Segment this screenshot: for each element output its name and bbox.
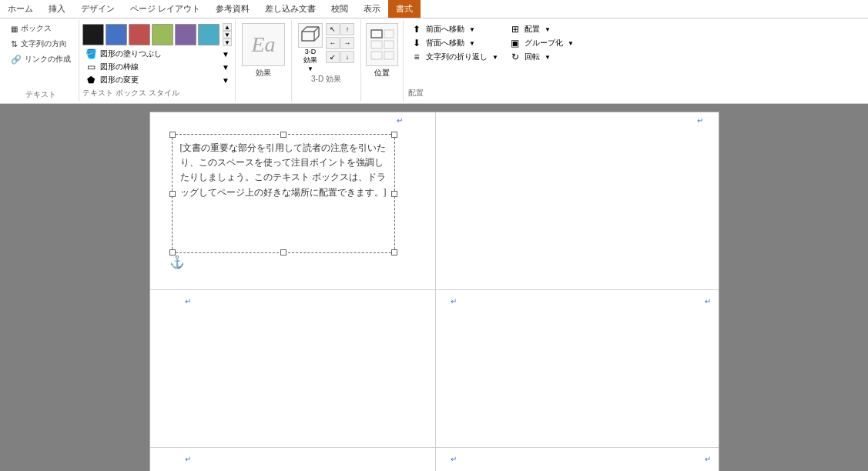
textbox[interactable]: [文書の重要な部分を引用して読者の注意を引いたり、このスペースを使って注目ポイン… <box>172 134 395 253</box>
fill-dropdown-icon[interactable]: ▼ <box>222 50 230 58</box>
wrap-text-btn[interactable]: ≡ 文字列の折り返し ▼ <box>408 51 501 63</box>
threed-dropdown1[interactable]: ▼ <box>307 65 313 72</box>
effect-btn[interactable]: Ea <box>242 23 285 66</box>
h-line-1 <box>150 289 719 290</box>
position-btn[interactable] <box>366 23 398 66</box>
group-dropdown[interactable]: ▼ <box>568 40 574 47</box>
rotate-dropdown[interactable]: ▼ <box>545 54 551 61</box>
para-mark-7: ↵ <box>451 455 457 463</box>
swatch-red[interactable] <box>129 24 150 45</box>
wrap-text-icon: ≡ <box>411 52 423 62</box>
text-group-label: テキスト <box>25 89 56 100</box>
ribbon-content: ▦ ボックス ⇅ 文字列の方向 🔗 リンクの作成 テキスト <box>0 18 868 103</box>
handle-bottom-center[interactable] <box>280 249 287 256</box>
h-line-2 <box>150 447 719 448</box>
border-cmd[interactable]: ▭ 図形の枠線 ▼ <box>82 61 232 73</box>
swatch-teal[interactable] <box>198 24 220 45</box>
threed-rotate-row3: ↙ ↓ <box>326 51 354 63</box>
handle-middle-right[interactable] <box>391 191 397 197</box>
swatch-scroll: ▲ ▼ ▼ <box>223 23 232 46</box>
shape-commands: 🪣 図形の塗りつぶし ▼ ▭ 図形の枠線 ▼ ⬟ 図形の変更 ▼ <box>82 48 232 86</box>
threed-controls: ↖ ↑ ← → ↙ ↓ <box>326 23 354 72</box>
v-line-1 <box>435 112 436 471</box>
swatch-blue[interactable] <box>106 24 127 45</box>
para-mark-3: ↵ <box>185 297 191 306</box>
send-backward-btn[interactable]: ⬇ 背面へ移動 ▼ <box>408 37 501 49</box>
fill-cmd[interactable]: 🪣 図形の塗りつぶし ▼ <box>82 48 232 60</box>
svg-rect-11 <box>384 52 394 59</box>
svg-rect-7 <box>384 30 394 38</box>
tab-mailings[interactable]: 差し込み文書 <box>257 0 323 18</box>
bring-forward-icon: ⬆ <box>411 24 423 35</box>
group-position: 位置 <box>361 20 404 102</box>
threed-rotate-up2[interactable]: ↑ <box>340 23 354 35</box>
bring-forward-btn[interactable]: ⬆ 前面へ移動 ▼ <box>408 23 501 35</box>
threed-rotate-left[interactable]: ← <box>326 37 340 49</box>
swatch-green[interactable] <box>152 24 173 45</box>
rotate-btn[interactable]: ↻ 回転 ▼ <box>507 51 576 63</box>
arrange-group-label: 配置 <box>408 88 576 99</box>
handle-top-center[interactable] <box>280 132 287 138</box>
arrange-left: ⬆ 前面へ移動 ▼ ⬇ 背面へ移動 ▼ ≡ 文字列の折り返し ▼ <box>408 23 501 86</box>
svg-rect-8 <box>371 41 382 48</box>
threed-btn1[interactable]: 3-D効果 ▼ <box>298 23 323 72</box>
tab-insert[interactable]: 挿入 <box>41 0 73 18</box>
handle-bottom-right[interactable] <box>391 249 397 256</box>
change-shape-cmd[interactable]: ⬟ 図形の変更 ▼ <box>82 74 232 86</box>
text-direction-btn[interactable]: ⇅ 文字列の方向 <box>8 37 70 51</box>
align-dropdown[interactable]: ▼ <box>545 26 551 33</box>
align-btn[interactable]: ⊞ 配置 ▼ <box>507 23 576 35</box>
handle-middle-left[interactable] <box>169 191 176 197</box>
textbox-btn[interactable]: ▦ ボックス <box>8 22 55 35</box>
swatch-black[interactable] <box>82 24 104 45</box>
svg-rect-10 <box>371 52 382 59</box>
para-mark-2: ↵ <box>697 116 703 125</box>
rotate-icon: ↻ <box>509 52 521 62</box>
wrap-text-dropdown[interactable]: ▼ <box>492 54 498 61</box>
svg-rect-0 <box>302 32 314 41</box>
svg-rect-9 <box>384 41 394 48</box>
link-btn[interactable]: 🔗 リンクの作成 <box>8 52 74 66</box>
tab-home[interactable]: ホーム <box>0 0 41 18</box>
change-shape-dropdown-icon[interactable]: ▼ <box>222 76 230 85</box>
textbox-content[interactable]: [文書の重要な部分を引用して読者の注意を引いたり、このスペースを使って注目ポイン… <box>180 141 387 200</box>
para-mark-6: ↵ <box>185 455 191 463</box>
threed-rotate-up[interactable]: ↖ <box>326 23 340 35</box>
para-mark-1: ↵ <box>397 116 403 125</box>
group-icon: ▣ <box>509 38 521 48</box>
document-page: ↵ ↵ ↵ ↵ ↵ ↵ ↵ ↵ [文書の重要な部分を引用して読者の注意を引いたり… <box>149 112 719 471</box>
effect-label: 効果 <box>256 68 271 78</box>
bring-forward-dropdown[interactable]: ▼ <box>469 26 475 33</box>
group-btn[interactable]: ▣ グループ化 ▼ <box>507 37 576 49</box>
svg-line-2 <box>314 27 319 32</box>
send-backward-icon: ⬇ <box>411 38 423 48</box>
threed-rotate-down[interactable]: ↙ <box>326 51 340 63</box>
send-backward-dropdown[interactable]: ▼ <box>469 40 475 47</box>
group-threed: 3-D効果 ▼ ↖ ↑ ← → ↙ ↓ <box>292 20 361 102</box>
swatch-scroll-down[interactable]: ▼ <box>223 31 232 38</box>
tab-page-layout[interactable]: ページ レイアウト <box>122 0 208 18</box>
ribbon: ホーム 挿入 デザイン ページ レイアウト 参考資料 差し込み文書 校閲 表示 … <box>0 0 868 104</box>
tab-view[interactable]: 表示 <box>356 0 388 18</box>
swatch-scroll-up[interactable]: ▲ <box>223 23 232 31</box>
text-direction-icon: ⇅ <box>11 39 18 49</box>
threed-rotate-down2[interactable]: ↓ <box>340 51 354 63</box>
anchor-icon: ⚓ <box>169 255 185 269</box>
link-icon: 🔗 <box>11 55 22 65</box>
fill-icon: 🪣 <box>85 48 97 59</box>
tab-design[interactable]: デザイン <box>73 0 122 18</box>
tab-references[interactable]: 参考資料 <box>208 0 257 18</box>
handle-top-left[interactable] <box>169 132 176 138</box>
tab-format[interactable]: 書式 <box>388 0 421 18</box>
threed-label: 3-D 効果 <box>311 74 341 85</box>
threed-rotate-right[interactable]: → <box>340 37 354 49</box>
group-text: ▦ ボックス ⇅ 文字列の方向 🔗 リンクの作成 テキスト <box>3 20 79 102</box>
border-icon: ▭ <box>85 62 97 72</box>
handle-top-right[interactable] <box>391 132 397 138</box>
tab-review[interactable]: 校閲 <box>323 0 356 18</box>
border-dropdown-icon[interactable]: ▼ <box>222 63 230 72</box>
swatch-purple[interactable] <box>175 24 196 45</box>
group-effect: Ea 効果 <box>236 20 292 102</box>
change-shape-icon: ⬟ <box>85 75 97 85</box>
swatch-scroll-more[interactable]: ▼ <box>223 38 232 46</box>
